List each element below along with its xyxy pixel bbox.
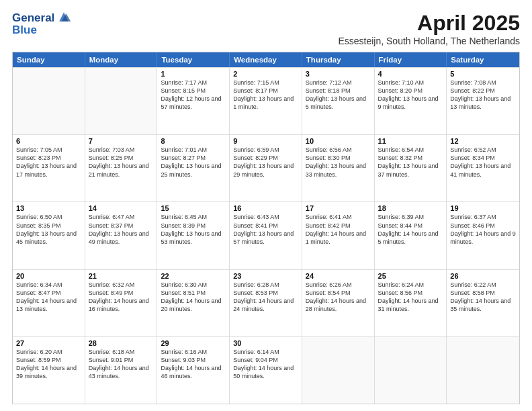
calendar-cell: 16Sunrise: 6:43 AMSunset: 8:41 PMDayligh… — [230, 202, 302, 269]
day-number: 2 — [233, 70, 298, 78]
day-info: Sunrise: 7:01 AMSunset: 8:27 PMDaylight:… — [161, 146, 226, 179]
day-number: 3 — [306, 70, 371, 78]
calendar-cell — [13, 68, 85, 134]
day-info: Sunrise: 6:32 AMSunset: 8:49 PMDaylight:… — [89, 281, 154, 314]
calendar-cell — [447, 337, 519, 404]
day-number: 18 — [378, 204, 443, 212]
calendar-cell: 11Sunrise: 6:54 AMSunset: 8:32 PMDayligh… — [375, 135, 447, 201]
calendar-row: 13Sunrise: 6:50 AMSunset: 8:35 PMDayligh… — [13, 201, 519, 269]
title-block: April 2025 Essesteijn, South Holland, Th… — [338, 11, 520, 46]
calendar-header: SundayMondayTuesdayWednesdayThursdayFrid… — [13, 52, 519, 67]
calendar-cell: 30Sunrise: 6:14 AMSunset: 9:04 PMDayligh… — [230, 337, 302, 404]
calendar-cell — [302, 337, 375, 404]
day-number: 1 — [161, 70, 226, 78]
calendar-cell: 24Sunrise: 6:26 AMSunset: 8:54 PMDayligh… — [302, 270, 375, 336]
day-number: 24 — [306, 272, 371, 280]
calendar-cell: 25Sunrise: 6:24 AMSunset: 8:56 PMDayligh… — [375, 270, 447, 336]
calendar-cell: 26Sunrise: 6:22 AMSunset: 8:58 PMDayligh… — [447, 270, 519, 336]
day-number: 22 — [161, 272, 226, 280]
calendar-row: 1Sunrise: 7:17 AMSunset: 8:15 PMDaylight… — [13, 67, 519, 134]
logo-line1: General — [12, 12, 54, 25]
calendar-cell: 1Sunrise: 7:17 AMSunset: 8:15 PMDaylight… — [157, 68, 230, 134]
calendar-cell: 9Sunrise: 6:59 AMSunset: 8:29 PMDaylight… — [230, 135, 302, 201]
day-number: 15 — [161, 204, 226, 212]
day-number: 17 — [306, 204, 371, 212]
day-number: 9 — [233, 137, 298, 145]
header-day: Thursday — [302, 52, 375, 67]
day-info: Sunrise: 6:26 AMSunset: 8:54 PMDaylight:… — [306, 281, 371, 314]
day-info: Sunrise: 6:34 AMSunset: 8:47 PMDaylight:… — [16, 281, 81, 314]
day-info: Sunrise: 7:12 AMSunset: 8:18 PMDaylight:… — [306, 79, 371, 111]
day-info: Sunrise: 6:14 AMSunset: 9:04 PMDaylight:… — [233, 348, 298, 381]
logo-line2: Blue — [12, 24, 72, 37]
calendar-row: 6Sunrise: 7:05 AMSunset: 8:23 PMDaylight… — [13, 134, 519, 201]
day-number: 4 — [378, 70, 443, 78]
day-number: 10 — [306, 137, 371, 145]
day-number: 21 — [89, 272, 154, 280]
calendar: SundayMondayTuesdayWednesdayThursdayFrid… — [12, 52, 520, 404]
day-number: 29 — [161, 339, 226, 347]
day-number: 6 — [16, 137, 81, 145]
calendar-cell: 22Sunrise: 6:30 AMSunset: 8:51 PMDayligh… — [157, 270, 230, 336]
page: General Blue April 2025 Essesteijn, Sout… — [0, 0, 532, 411]
day-info: Sunrise: 6:39 AMSunset: 8:44 PMDaylight:… — [378, 213, 443, 246]
header-day: Saturday — [447, 52, 519, 67]
calendar-cell: 14Sunrise: 6:47 AMSunset: 8:37 PMDayligh… — [85, 202, 158, 269]
calendar-cell: 20Sunrise: 6:34 AMSunset: 8:47 PMDayligh… — [13, 270, 85, 336]
day-info: Sunrise: 6:22 AMSunset: 8:58 PMDaylight:… — [450, 281, 516, 314]
day-number: 7 — [89, 137, 154, 145]
day-info: Sunrise: 6:28 AMSunset: 8:53 PMDaylight:… — [233, 281, 298, 314]
calendar-cell: 19Sunrise: 6:37 AMSunset: 8:46 PMDayligh… — [447, 202, 519, 269]
day-info: Sunrise: 7:10 AMSunset: 8:20 PMDaylight:… — [378, 79, 443, 111]
calendar-body: 1Sunrise: 7:17 AMSunset: 8:15 PMDaylight… — [13, 67, 519, 404]
calendar-cell: 15Sunrise: 6:45 AMSunset: 8:39 PMDayligh… — [157, 202, 230, 269]
calendar-cell: 3Sunrise: 7:12 AMSunset: 8:18 PMDaylight… — [302, 68, 375, 134]
day-info: Sunrise: 6:20 AMSunset: 8:59 PMDaylight:… — [16, 348, 81, 381]
calendar-cell: 6Sunrise: 7:05 AMSunset: 8:23 PMDaylight… — [13, 135, 85, 201]
day-number: 8 — [161, 137, 226, 145]
day-number: 20 — [16, 272, 81, 280]
calendar-cell: 18Sunrise: 6:39 AMSunset: 8:44 PMDayligh… — [375, 202, 447, 269]
day-number: 30 — [233, 339, 298, 347]
day-number: 25 — [378, 272, 443, 280]
day-info: Sunrise: 7:17 AMSunset: 8:15 PMDaylight:… — [161, 79, 226, 111]
calendar-cell: 29Sunrise: 6:16 AMSunset: 9:03 PMDayligh… — [157, 337, 230, 404]
day-number: 19 — [450, 204, 516, 212]
day-info: Sunrise: 7:08 AMSunset: 8:22 PMDaylight:… — [450, 79, 516, 111]
day-info: Sunrise: 6:16 AMSunset: 9:03 PMDaylight:… — [161, 348, 226, 381]
calendar-cell — [85, 68, 158, 134]
day-number: 23 — [233, 272, 298, 280]
day-info: Sunrise: 7:05 AMSunset: 8:23 PMDaylight:… — [16, 146, 81, 179]
calendar-cell: 8Sunrise: 7:01 AMSunset: 8:27 PMDaylight… — [157, 135, 230, 201]
calendar-row: 20Sunrise: 6:34 AMSunset: 8:47 PMDayligh… — [13, 269, 519, 336]
day-info: Sunrise: 7:15 AMSunset: 8:17 PMDaylight:… — [233, 79, 298, 111]
day-info: Sunrise: 6:18 AMSunset: 9:01 PMDaylight:… — [89, 348, 154, 381]
calendar-cell: 13Sunrise: 6:50 AMSunset: 8:35 PMDayligh… — [13, 202, 85, 269]
day-info: Sunrise: 6:45 AMSunset: 8:39 PMDaylight:… — [161, 213, 226, 246]
calendar-cell: 23Sunrise: 6:28 AMSunset: 8:53 PMDayligh… — [230, 270, 302, 336]
calendar-cell: 5Sunrise: 7:08 AMSunset: 8:22 PMDaylight… — [447, 68, 519, 134]
header: General Blue April 2025 Essesteijn, Sout… — [12, 11, 520, 46]
day-info: Sunrise: 6:54 AMSunset: 8:32 PMDaylight:… — [378, 146, 443, 179]
day-info: Sunrise: 6:50 AMSunset: 8:35 PMDaylight:… — [16, 213, 81, 246]
header-day: Sunday — [13, 52, 85, 67]
calendar-cell — [375, 337, 447, 404]
logo: General Blue — [12, 11, 72, 37]
day-number: 14 — [89, 204, 154, 212]
header-day: Tuesday — [157, 52, 230, 67]
day-info: Sunrise: 6:59 AMSunset: 8:29 PMDaylight:… — [233, 146, 298, 179]
day-number: 28 — [89, 339, 154, 347]
day-number: 12 — [450, 137, 516, 145]
day-number: 11 — [378, 137, 443, 145]
day-number: 5 — [450, 70, 516, 78]
day-number: 16 — [233, 204, 298, 212]
calendar-row: 27Sunrise: 6:20 AMSunset: 8:59 PMDayligh… — [13, 336, 519, 404]
day-info: Sunrise: 6:41 AMSunset: 8:42 PMDaylight:… — [306, 213, 371, 246]
day-info: Sunrise: 7:03 AMSunset: 8:25 PMDaylight:… — [89, 146, 154, 179]
header-day: Friday — [375, 52, 447, 67]
calendar-cell: 12Sunrise: 6:52 AMSunset: 8:34 PMDayligh… — [447, 135, 519, 201]
day-info: Sunrise: 6:37 AMSunset: 8:46 PMDaylight:… — [450, 213, 516, 246]
main-title: April 2025 — [338, 11, 520, 36]
day-number: 27 — [16, 339, 81, 347]
calendar-cell: 21Sunrise: 6:32 AMSunset: 8:49 PMDayligh… — [85, 270, 158, 336]
